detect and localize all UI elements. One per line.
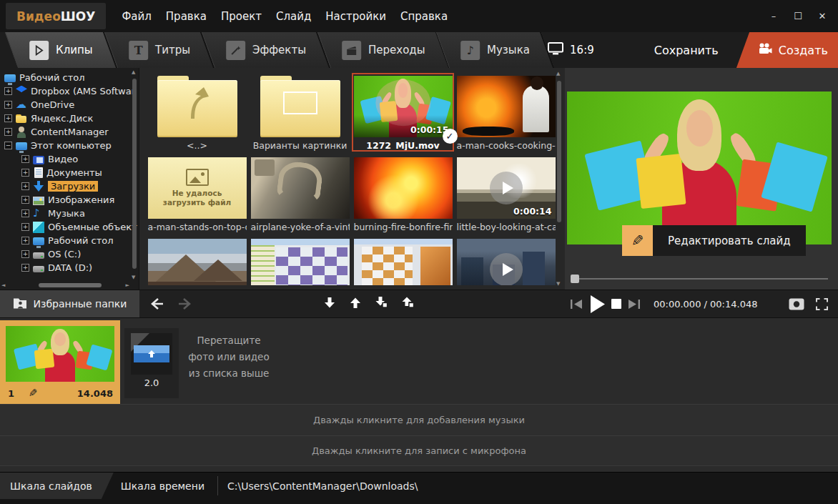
- save-button[interactable]: Сохранить: [654, 44, 719, 57]
- menu-bar: Файл Правка Проект Слайд Настройки Справ…: [114, 6, 455, 27]
- tree-item-desktop-root[interactable]: Рабочий стол: [0, 71, 139, 84]
- music-track[interactable]: Дважды кликните для добавления музыки: [0, 404, 838, 435]
- tree-item-pictures[interactable]: + Изображения: [0, 193, 139, 207]
- menu-project[interactable]: Проект: [214, 6, 269, 27]
- file-item-mountains[interactable]: [147, 237, 247, 285]
- arrow-up-icon: [349, 297, 362, 309]
- file-item-screenshot-2[interactable]: [353, 237, 453, 285]
- file-item-selected-video[interactable]: 0:00:15 1272_MjU.mov: [353, 74, 453, 151]
- clapperboard-icon: [342, 41, 361, 60]
- tree-item-onedrive[interactable]: + OneDrive: [0, 98, 139, 112]
- tree-item-contentmanager[interactable]: + ContentManager: [0, 125, 139, 139]
- expand-icon[interactable]: +: [21, 264, 29, 272]
- maximize-button[interactable]: ☐: [788, 7, 808, 26]
- expand-icon[interactable]: +: [4, 128, 12, 136]
- preview-video[interactable]: [567, 92, 832, 244]
- previous-frame-button[interactable]: [570, 299, 583, 310]
- tab-clips-label: Клипы: [56, 44, 93, 56]
- collapse-icon[interactable]: −: [4, 142, 12, 149]
- expand-icon[interactable]: +: [21, 155, 29, 163]
- expand-icon[interactable]: +: [21, 250, 29, 258]
- create-button-label: Создать: [779, 44, 828, 57]
- tree-item-documents[interactable]: + Документы: [0, 166, 139, 179]
- tree-item-dropbox[interactable]: + Dropbox (AMS Softwar: [0, 84, 139, 98]
- grid-vertical-scrollbar[interactable]: [555, 71, 563, 287]
- grid-row-1: <..> Варианты картинки: [147, 74, 565, 151]
- camera-icon: [789, 298, 804, 310]
- expand-icon[interactable]: +: [21, 182, 29, 190]
- timeline-slide-1[interactable]: 1 14.048: [0, 320, 120, 404]
- tab-clips[interactable]: Клипы: [5, 32, 117, 68]
- scrollbar-thumb[interactable]: [39, 283, 102, 287]
- minimize-button[interactable]: –: [764, 7, 784, 26]
- file-item-screenshot-1[interactable]: [250, 237, 350, 285]
- expand-icon[interactable]: +: [21, 169, 29, 177]
- file-item-label: little-boy-looking-at-camer...: [457, 222, 556, 232]
- create-button[interactable]: Создать: [736, 32, 838, 68]
- tree-horizontal-scrollbar[interactable]: [1, 282, 129, 289]
- expand-icon[interactable]: +: [21, 223, 29, 231]
- menu-settings[interactable]: Настройки: [318, 6, 393, 27]
- file-item-folder-variants[interactable]: Варианты картинки: [250, 74, 350, 151]
- tab-slide-scale[interactable]: Шкала слайдов: [0, 473, 114, 499]
- tree-item-this-pc[interactable]: − Этот компьютер: [0, 139, 139, 152]
- expand-icon[interactable]: +: [21, 237, 29, 244]
- menu-edit[interactable]: Правка: [159, 6, 214, 27]
- close-button[interactable]: ✕: [812, 7, 832, 26]
- tree-item-downloads[interactable]: + Загрузки: [0, 179, 139, 193]
- tree-vertical-scrollbar[interactable]: [130, 69, 139, 280]
- menu-file[interactable]: Файл: [114, 6, 158, 27]
- menu-slide[interactable]: Слайд: [269, 6, 318, 27]
- tree-item-yandex-disk[interactable]: + Яндекс.Диск: [0, 112, 139, 125]
- snapshot-button[interactable]: [789, 298, 804, 310]
- file-item-load-failed[interactable]: Не удалось загрузить файл a-man-stands-o…: [147, 155, 247, 232]
- file-item-little-boy[interactable]: 0:00:14 little-boy-looking-at-camer...: [455, 155, 556, 232]
- add-all-button[interactable]: [375, 296, 388, 312]
- tab-transitions[interactable]: Переходы: [317, 32, 450, 68]
- stop-button[interactable]: [611, 299, 621, 309]
- tab-effects[interactable]: Эффекты: [202, 32, 330, 68]
- remove-from-project-button[interactable]: [349, 297, 362, 312]
- navigate-back-button[interactable]: [145, 293, 169, 315]
- preview-seek-bar[interactable]: [571, 275, 828, 283]
- expand-icon[interactable]: +: [21, 209, 29, 217]
- next-frame-button[interactable]: [627, 299, 641, 310]
- tree-item-music[interactable]: + Музыка: [0, 207, 139, 220]
- file-item-airplane[interactable]: airplane-yoke-of-a-vintag...: [250, 155, 350, 232]
- remove-all-button[interactable]: [401, 296, 415, 312]
- navigate-forward-button[interactable]: [172, 293, 197, 315]
- tree-item-label: Этот компьютер: [31, 140, 112, 151]
- tab-titles[interactable]: Титры: [104, 32, 215, 68]
- edit-slide-button[interactable]: Редактировать слайд: [622, 225, 806, 256]
- seek-handle[interactable]: [571, 275, 579, 283]
- expand-icon[interactable]: +: [4, 114, 12, 122]
- tree-item-data-d[interactable]: + DATA (D:): [0, 261, 139, 275]
- tab-music[interactable]: Музыка: [436, 32, 554, 68]
- expand-icon[interactable]: +: [4, 87, 12, 95]
- tree-item-videos[interactable]: + Видео: [0, 152, 139, 166]
- menu-help[interactable]: Справка: [393, 6, 455, 27]
- play-button[interactable]: [589, 295, 606, 314]
- tree-item-3d-objects[interactable]: + Объемные объект: [0, 220, 139, 234]
- green-screen-video-frame: [567, 92, 832, 244]
- microphone-track[interactable]: Дважды кликните для записи с микрофона: [0, 435, 838, 465]
- file-item-cooking[interactable]: a-man-cooks-cooking-dee...: [455, 74, 556, 151]
- expand-icon[interactable]: +: [4, 101, 12, 109]
- scrollbar-thumb[interactable]: [132, 79, 137, 269]
- tab-time-scale[interactable]: Шкала времени: [114, 473, 217, 499]
- user-icon: [16, 127, 27, 138]
- aspect-ratio-control[interactable]: 16:9: [548, 42, 594, 58]
- file-item-fire[interactable]: burning-fire-bonfire-fire-fi...: [353, 155, 453, 232]
- title-bar: ВидеоШОУ Файл Правка Проект Слайд Настро…: [0, 0, 838, 32]
- favorite-folders-button[interactable]: Избранные папки: [0, 290, 139, 317]
- file-item-parent-folder[interactable]: <..>: [147, 74, 247, 151]
- add-to-project-button[interactable]: [323, 297, 336, 312]
- file-item-city-video[interactable]: 0:00:10: [455, 237, 556, 285]
- expand-icon[interactable]: +: [21, 196, 29, 204]
- camcorder-icon: [759, 43, 772, 57]
- fullscreen-button[interactable]: [816, 298, 828, 310]
- scrollbar-thumb[interactable]: [557, 81, 561, 222]
- tree-item-os-c[interactable]: + OS (C:): [0, 247, 139, 261]
- edit-pencil-icon[interactable]: [29, 387, 38, 400]
- tree-item-desktop[interactable]: + Рабочий стол: [0, 234, 139, 247]
